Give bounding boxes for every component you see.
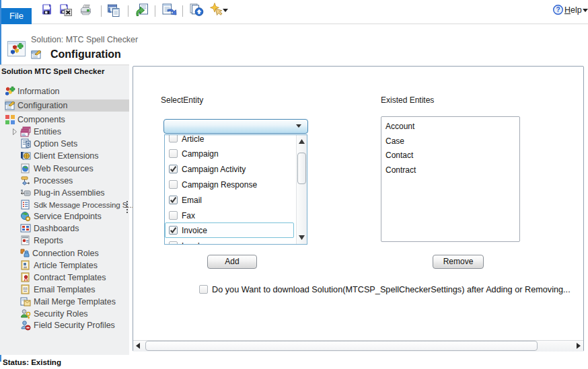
svg-text:?: ?: [556, 6, 560, 13]
